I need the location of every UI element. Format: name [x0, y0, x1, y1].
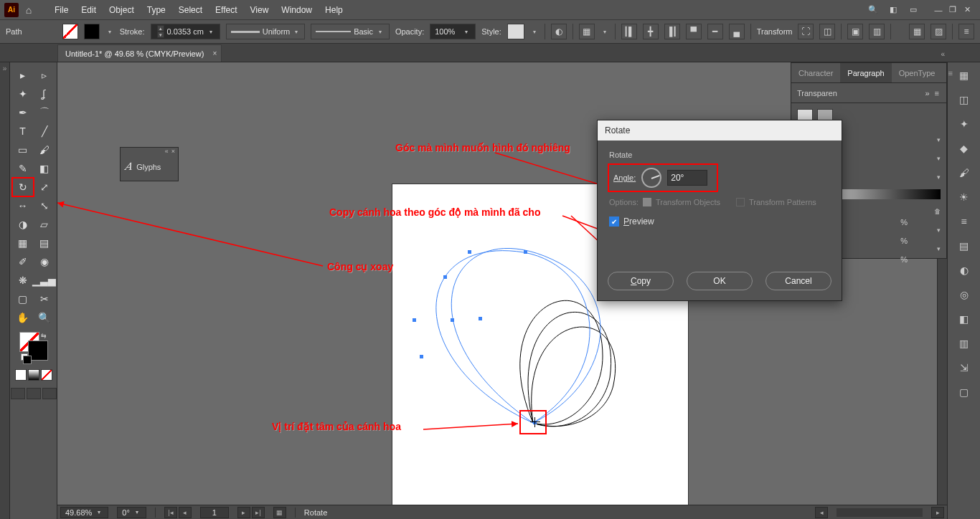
swatches-icon[interactable]: ◆: [954, 140, 974, 157]
snap-icon[interactable]: ▨: [930, 24, 946, 39]
trash-icon[interactable]: 🗑: [934, 208, 941, 215]
window-minimize[interactable]: —: [933, 4, 944, 16]
align-dd[interactable]: ▾: [600, 29, 609, 35]
copy-button[interactable]: Copy: [608, 272, 674, 290]
curvature-tool[interactable]: ⌒: [34, 104, 55, 121]
style-dd[interactable]: ▾: [530, 29, 539, 35]
cancel-button[interactable]: Cancel: [765, 272, 831, 290]
blend-tool[interactable]: ◉: [34, 253, 55, 270]
gradient-tool[interactable]: ▤: [34, 234, 55, 252]
align-vcenter-icon[interactable]: ━: [707, 24, 723, 39]
magic-wand-tool[interactable]: ✦: [13, 85, 33, 103]
menu-view[interactable]: View: [245, 2, 275, 18]
type-tool[interactable]: T: [13, 123, 33, 140]
angle-dial[interactable]: [641, 168, 661, 188]
brushes-icon[interactable]: 🖌: [954, 164, 974, 181]
glyphs-panel[interactable]: «× 𝐴Glyphs: [120, 147, 179, 181]
stroke-dd[interactable]: ▾: [105, 29, 114, 35]
artboard-tool[interactable]: ▢: [13, 290, 33, 308]
recolor-icon[interactable]: ◐: [551, 24, 567, 39]
panel-menu-icon[interactable]: ≡: [942, 63, 958, 82]
shape-mode-icon[interactable]: ⛶: [798, 24, 814, 39]
symbols-icon[interactable]: ☀: [954, 189, 974, 206]
asset-export-icon[interactable]: ⇲: [954, 359, 974, 376]
row-c-dd[interactable]: ▾: [937, 173, 941, 181]
menu-file[interactable]: File: [49, 2, 74, 18]
scroll-right[interactable]: ▸: [931, 507, 944, 518]
zoom-field[interactable]: 49.68%▾: [60, 507, 108, 518]
draw-behind[interactable]: [27, 388, 41, 399]
window-restore[interactable]: ❐: [947, 4, 958, 16]
default-fill-stroke-icon[interactable]: [21, 353, 28, 361]
scroll-left[interactable]: ◂: [815, 507, 828, 518]
arrange-icon[interactable]: ◧: [885, 2, 901, 18]
row-e-dd[interactable]: ▾: [937, 245, 941, 252]
panel-close-icon[interactable]: ×: [171, 148, 175, 158]
free-transform-tool[interactable]: ⤡: [34, 197, 55, 214]
workspace-icon[interactable]: ▭: [905, 2, 921, 18]
stroke-icon[interactable]: ≡: [954, 213, 974, 230]
artboards-icon[interactable]: ▢: [954, 384, 974, 401]
shape-builder-tool[interactable]: ◑: [13, 216, 33, 233]
align-top-icon[interactable]: ▀: [686, 24, 702, 39]
ok-button[interactable]: OK: [687, 272, 753, 290]
color-mode-gradient[interactable]: [28, 369, 39, 381]
profile-dd[interactable]: Uniform▾: [226, 24, 305, 39]
isolate-icon[interactable]: ◫: [819, 24, 835, 39]
direct-select-tool[interactable]: ▹: [34, 67, 55, 84]
transparency-icon[interactable]: ◐: [954, 262, 974, 279]
scale-tool[interactable]: ⤢: [34, 178, 55, 196]
menu-edit[interactable]: Edit: [75, 2, 102, 18]
perspective-tool[interactable]: ▱: [34, 216, 55, 233]
draw-normal[interactable]: [11, 388, 25, 399]
close-tab-icon[interactable]: ×: [213, 49, 217, 57]
align-panel-icon[interactable]: ▦: [579, 24, 595, 39]
symbol-sprayer-tool[interactable]: ❋: [13, 272, 33, 289]
prev-artboard[interactable]: ◂: [179, 507, 192, 518]
fill-stroke-control[interactable]: ⇆: [19, 332, 48, 361]
align-bottom-icon[interactable]: ▄: [729, 24, 745, 39]
style-swatch[interactable]: [507, 24, 524, 39]
grid-icon[interactable]: ▦: [909, 24, 925, 39]
panel-collapse-icon[interactable]: «: [165, 148, 169, 158]
clip-icon[interactable]: ▣: [847, 24, 863, 39]
tab-transparency[interactable]: Transparen: [797, 89, 837, 97]
color-mode-none[interactable]: [41, 369, 52, 381]
lasso-tool[interactable]: ʆ: [34, 85, 55, 103]
h-scrollbar[interactable]: [837, 508, 923, 517]
search-icon[interactable]: 🔍: [865, 2, 881, 18]
gradient-icon[interactable]: ▤: [954, 237, 974, 254]
stroke-weight[interactable]: ▴▾ 0.0353 cm▾: [151, 24, 220, 39]
align-left-icon[interactable]: ┃▌: [621, 24, 637, 39]
row-a-dd[interactable]: ▾: [937, 136, 941, 143]
prefs-icon[interactable]: ≡: [958, 24, 974, 39]
properties-icon[interactable]: ◫: [954, 91, 974, 108]
preview-checkbox[interactable]: ✔: [609, 216, 619, 227]
last-artboard[interactable]: ▸|: [252, 507, 265, 518]
hand-tool[interactable]: ✋: [13, 309, 33, 326]
row-d-dd[interactable]: ▾: [937, 227, 941, 234]
brush-tool[interactable]: 🖌: [34, 141, 55, 158]
row-b-dd[interactable]: ▾: [937, 155, 941, 162]
document-tab[interactable]: Untitled-1* @ 49.68 % (CMYK/Preview) ×: [57, 44, 222, 62]
artboard-number[interactable]: 1: [200, 507, 229, 518]
menu-select[interactable]: Select: [173, 2, 208, 18]
slice-tool[interactable]: ✂: [34, 290, 55, 308]
appearance-icon[interactable]: ◎: [954, 286, 974, 303]
panel-expand-icon[interactable]: » ≡: [925, 89, 941, 97]
tool-collapse-strip[interactable]: »: [0, 62, 10, 519]
fill-swatch[interactable]: [62, 24, 78, 39]
line-tool[interactable]: ╱: [34, 123, 55, 140]
color-mode-solid[interactable]: [15, 369, 27, 381]
first-artboard[interactable]: |◂: [164, 507, 177, 518]
selection-tool[interactable]: ▸: [13, 67, 33, 84]
layers-icon[interactable]: ▥: [954, 335, 974, 352]
mask-icon[interactable]: ▥: [869, 24, 885, 39]
tab-paragraph[interactable]: Paragraph: [840, 63, 891, 82]
next-artboard[interactable]: ▸: [237, 507, 250, 518]
graph-tool[interactable]: ▁▃▅: [34, 272, 55, 289]
tab-opentype[interactable]: OpenType: [892, 63, 943, 82]
rotate-view-field[interactable]: 0°▾: [117, 507, 146, 518]
rectangle-tool[interactable]: ▭: [13, 141, 33, 158]
stroke-swatch[interactable]: [84, 24, 100, 39]
